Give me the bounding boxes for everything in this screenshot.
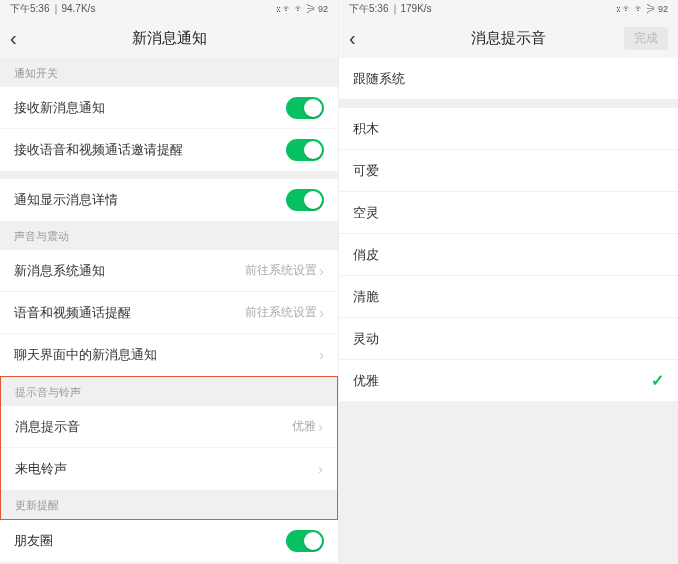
row-receive-call-invite[interactable]: 接收语音和视频通话邀请提醒 [0, 129, 338, 171]
section-header-notify: 通知开关 [0, 58, 338, 87]
sound-list[interactable]: 跟随系统 积木 可爱 空灵 俏皮 清脆 灵动 优雅 ✓ [339, 58, 678, 564]
chevron-right-icon: › [319, 263, 324, 279]
empty-area [339, 402, 678, 564]
row-value: 优雅 [292, 418, 316, 435]
sound-option-selected[interactable]: 优雅 ✓ [339, 360, 678, 402]
row-call-remind[interactable]: 语音和视频通话提醒 前往系统设置› [0, 292, 338, 334]
row-label: 通知显示消息详情 [14, 191, 286, 209]
done-button[interactable]: 完成 [624, 27, 668, 50]
status-time: 下午5:36 [10, 2, 49, 16]
sound-option[interactable]: 空灵 [339, 192, 678, 234]
sound-picker-screen: 下午5:36 ｜179K/s ⁙ ᯤ ᯤ ⚞ 92 ‹ 消息提示音 完成 跟随系… [339, 0, 678, 564]
toggle-switch[interactable] [286, 189, 324, 211]
sound-label: 积木 [353, 120, 379, 138]
status-icons: ⁙ ᯤ ᯤ ⚞ 92 [616, 4, 668, 14]
row-receive-new-msg[interactable]: 接收新消息通知 [0, 87, 338, 129]
sound-option[interactable]: 俏皮 [339, 234, 678, 276]
sound-option[interactable]: 积木 [339, 108, 678, 150]
row-message-tone[interactable]: 消息提示音 优雅› [1, 406, 337, 448]
notification-settings-screen: 下午5:36 ｜94.7K/s ⁙ ᯤ ᯤ ⚞ 92 ‹ 新消息通知 通知开关 … [0, 0, 339, 564]
row-ringtone[interactable]: 来电铃声 › [1, 448, 337, 490]
row-show-detail[interactable]: 通知显示消息详情 [0, 179, 338, 221]
section-header-tone: 提示音与铃声 [1, 377, 337, 406]
page-title: 消息提示音 [471, 29, 546, 48]
row-label: 接收新消息通知 [14, 99, 286, 117]
sound-option-system[interactable]: 跟随系统 [339, 58, 678, 100]
status-bar: 下午5:36 ｜179K/s ⁙ ᯤ ᯤ ⚞ 92 [339, 0, 678, 18]
row-label: 朋友圈 [14, 532, 286, 550]
section-header-sound-vibrate: 声音与震动 [0, 221, 338, 250]
toggle-switch[interactable] [286, 530, 324, 552]
sound-label: 灵动 [353, 330, 379, 348]
row-moments[interactable]: 朋友圈 [0, 520, 338, 562]
row-chat-ui-notify[interactable]: 聊天界面中的新消息通知 › [0, 334, 338, 376]
sound-label: 优雅 [353, 372, 379, 390]
sound-label: 空灵 [353, 204, 379, 222]
toggle-switch[interactable] [286, 139, 324, 161]
row-label: 语音和视频通话提醒 [14, 304, 245, 322]
row-value: 前往系统设置 [245, 304, 317, 321]
check-icon: ✓ [651, 371, 664, 390]
section-header-update: 更新提醒 [1, 490, 337, 519]
chevron-right-icon: › [319, 347, 324, 363]
toggle-switch[interactable] [286, 97, 324, 119]
sound-label: 俏皮 [353, 246, 379, 264]
status-time: 下午5:36 [349, 2, 388, 16]
back-icon[interactable]: ‹ [10, 27, 34, 50]
sound-option[interactable]: 可爱 [339, 150, 678, 192]
sound-label: 清脆 [353, 288, 379, 306]
nav-bar: ‹ 消息提示音 完成 [339, 18, 678, 58]
row-label: 来电铃声 [15, 460, 318, 478]
sound-option[interactable]: 灵动 [339, 318, 678, 360]
chevron-right-icon: › [319, 305, 324, 321]
row-value: 前往系统设置 [245, 262, 317, 279]
sound-option[interactable]: 清脆 [339, 276, 678, 318]
status-speed: ｜179K/s [390, 2, 431, 16]
row-label: 接收语音和视频通话邀请提醒 [14, 141, 286, 159]
row-system-notify[interactable]: 新消息系统通知 前往系统设置› [0, 250, 338, 292]
row-label: 聊天界面中的新消息通知 [14, 346, 319, 364]
row-label: 消息提示音 [15, 418, 292, 436]
page-title: 新消息通知 [132, 29, 207, 48]
chevron-right-icon: › [318, 419, 323, 435]
row-label: 新消息系统通知 [14, 262, 245, 280]
back-icon[interactable]: ‹ [349, 27, 373, 50]
status-speed: ｜94.7K/s [51, 2, 95, 16]
status-bar: 下午5:36 ｜94.7K/s ⁙ ᯤ ᯤ ⚞ 92 [0, 0, 338, 18]
chevron-right-icon: › [318, 461, 323, 477]
status-icons: ⁙ ᯤ ᯤ ⚞ 92 [276, 4, 328, 14]
sound-label: 跟随系统 [353, 70, 405, 88]
nav-bar: ‹ 新消息通知 [0, 18, 338, 58]
highlight-box: 提示音与铃声 消息提示音 优雅› 来电铃声 › 更新提醒 [0, 376, 338, 520]
sound-label: 可爱 [353, 162, 379, 180]
content-scroll[interactable]: 通知开关 接收新消息通知 接收语音和视频通话邀请提醒 通知显示消息详情 声音与震… [0, 58, 338, 564]
